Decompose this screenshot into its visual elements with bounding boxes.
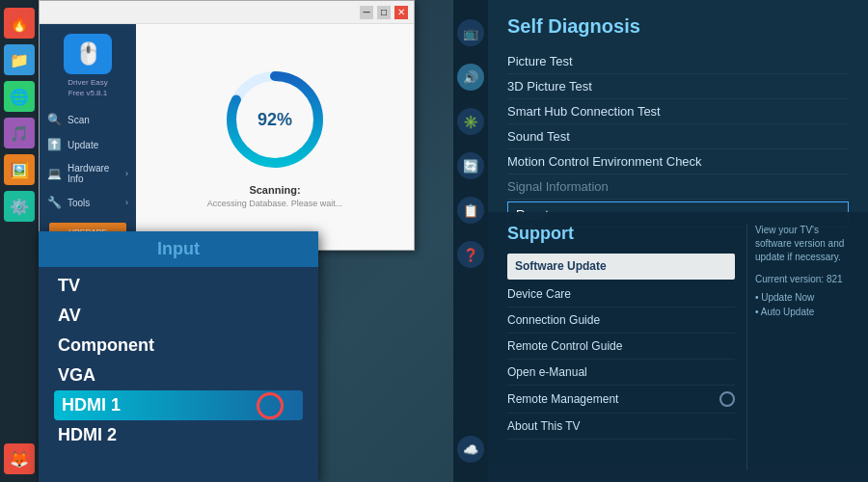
input-menu-items: TV AV Component VGA HDMI 1 HDMI 2: [39, 267, 318, 454]
support-item-5[interactable]: Remote Management: [507, 386, 735, 414]
taskbar-icon-firefox[interactable]: 🦊: [4, 443, 35, 474]
support-auto-update[interactable]: • Auto Update: [755, 305, 853, 319]
tv-side-icon-3[interactable]: 🔄: [457, 152, 484, 179]
scanning-sub: Accessing Database. Please wait...: [207, 199, 343, 208]
taskbar-icon-1[interactable]: 📁: [4, 44, 35, 75]
diag-item-5: Signal Information: [507, 174, 849, 200]
de-version-number: Free v5.8.1: [68, 89, 107, 97]
diag-item-0[interactable]: Picture Test: [507, 49, 849, 74]
support-item-6[interactable]: About This TV: [507, 414, 735, 440]
diag-item-4[interactable]: Motion Control Environment Check: [507, 149, 849, 174]
support-left: Support Software Update Device Care Conn…: [507, 224, 735, 470]
input-item-component[interactable]: Component: [54, 331, 303, 361]
input-item-hdmi1[interactable]: HDMI 1: [54, 390, 303, 420]
input-item-hdmi2[interactable]: HDMI 2: [54, 420, 303, 450]
diag-item-3[interactable]: Sound Test: [507, 124, 849, 149]
self-diagnosis-title: Self Diagnosis: [507, 15, 849, 38]
support-item-0[interactable]: Software Update: [507, 254, 735, 280]
de-menu-hardware[interactable]: 💻 Hardware Info ›: [40, 157, 136, 190]
support-update-now[interactable]: • Update Now: [755, 290, 853, 305]
input-item-tv[interactable]: TV: [54, 271, 303, 301]
support-item-2[interactable]: Connection Guide: [507, 308, 735, 334]
diag-item-2[interactable]: Smart Hub Connection Test: [507, 99, 849, 124]
hardware-icon: 💻: [47, 167, 62, 180]
tv-side-icon-1[interactable]: 🔊: [457, 64, 484, 91]
update-icon: ⬆️: [47, 138, 62, 151]
taskbar-icon-5[interactable]: ⚙️: [4, 191, 35, 222]
input-item-vga[interactable]: VGA: [54, 361, 303, 390]
support-panel: Support Software Update Device Care Conn…: [488, 212, 868, 482]
tv-side-icon-2[interactable]: ✳️: [457, 108, 484, 135]
de-menu-scan[interactable]: 🔍 Scan: [40, 107, 136, 132]
taskbar-icon-3[interactable]: 🎵: [4, 118, 35, 148]
tv-side-icon-0[interactable]: 📺: [457, 19, 484, 46]
support-title: Support: [507, 224, 735, 244]
de-logo: 🖱️: [64, 34, 112, 74]
self-diagnosis-panel: Self Diagnosis Picture Test 3D Picture T…: [488, 0, 868, 212]
diag-item-1[interactable]: 3D Picture Test: [507, 74, 849, 99]
taskbar: 🔥 📁 🌐 🎵 🖼️ ⚙️ 🦊: [0, 0, 39, 482]
tv-side-icon-cloud[interactable]: ☁️: [457, 436, 484, 463]
input-item-av[interactable]: AV: [54, 301, 303, 331]
taskbar-icon-2[interactable]: 🌐: [4, 81, 35, 112]
tv-side-icon-5[interactable]: ❓: [457, 241, 484, 268]
taskbar-icon-4[interactable]: 🖼️: [4, 154, 35, 185]
input-menu-header: Input: [39, 231, 318, 267]
taskbar-icon-0[interactable]: 🔥: [4, 8, 35, 39]
de-menu-tools[interactable]: 🔧 Tools ›: [40, 190, 136, 215]
tv-panel: 📺 🔊 ✳️ 🔄 📋 ❓ ☁️ Self Diagnosis Picture T…: [453, 0, 868, 482]
de-version-label: Driver Easy: [68, 78, 107, 87]
progress-circle: 92%: [222, 67, 328, 173]
progress-percent: 92%: [258, 109, 292, 129]
tools-icon: 🔧: [47, 196, 62, 209]
driver-easy-main: 92% Scanning: Accessing Database. Please…: [136, 24, 414, 250]
input-menu: Input TV AV Component VGA HDMI 1 HDMI 2: [39, 231, 318, 482]
minimize-button[interactable]: ─: [360, 6, 373, 19]
de-menu-update[interactable]: ⬆️ Update: [40, 132, 136, 157]
driver-easy-sidebar: 🖱️ Driver Easy Free v5.8.1 🔍 Scan ⬆️ Upd…: [40, 24, 136, 250]
desktop: 🔥 📁 🌐 🎵 🖼️ ⚙️ 🦊 ─ □ ✕ 🖱️ Driver Easy Fre…: [0, 0, 868, 482]
support-version: Current version: 821: [755, 274, 853, 284]
scanning-label: Scanning:: [249, 184, 300, 196]
support-right: View your TV's software version and upda…: [746, 224, 853, 470]
support-right-description: View your TV's software version and upda…: [755, 224, 853, 264]
driver-easy-body: 🖱️ Driver Easy Free v5.8.1 🔍 Scan ⬆️ Upd…: [40, 24, 414, 250]
driver-easy-titlebar: ─ □ ✕: [40, 1, 414, 24]
driver-easy-window: ─ □ ✕ 🖱️ Driver Easy Free v5.8.1 🔍 Scan …: [39, 0, 415, 251]
toggle-circle: [719, 391, 735, 407]
support-item-3[interactable]: Remote Control Guide: [507, 334, 735, 360]
tv-side-icons: 📺 🔊 ✳️ 🔄 📋 ❓ ☁️: [453, 0, 488, 482]
input-menu-title: Input: [50, 239, 307, 259]
support-item-4[interactable]: Open e-Manual: [507, 360, 735, 386]
scan-icon: 🔍: [47, 113, 62, 126]
maximize-button[interactable]: □: [377, 6, 391, 19]
tv-side-icon-4[interactable]: 📋: [457, 197, 484, 224]
support-item-1[interactable]: Device Care: [507, 281, 735, 308]
close-button[interactable]: ✕: [394, 6, 408, 19]
